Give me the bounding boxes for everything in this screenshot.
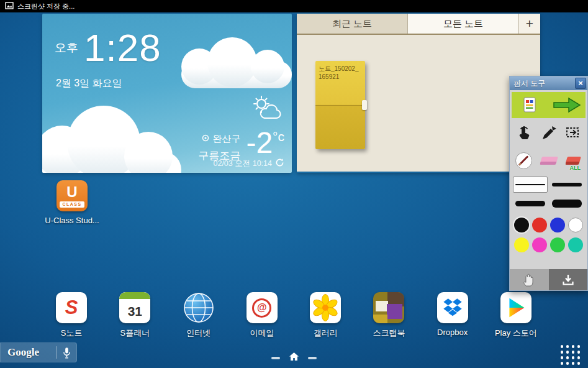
thickness-option-4[interactable] (550, 195, 585, 211)
clock-weather-widget[interactable]: 오후 1:28 2월 3일 화요일 (42, 14, 292, 173)
note-crease (315, 105, 365, 106)
palm-reject-button[interactable] (510, 269, 549, 290)
thickness-grid (513, 177, 584, 211)
erase-all-icon (565, 157, 581, 165)
color-swatch-blue[interactable] (550, 218, 565, 232)
color-swatch-magenta[interactable] (532, 237, 547, 252)
splanner-icon: 31 (119, 292, 150, 323)
weather-location: 완산구 (212, 133, 240, 145)
color-swatch-teal[interactable] (568, 237, 583, 252)
app-snote[interactable]: S S노트 (40, 292, 103, 339)
add-note-button[interactable]: + (519, 14, 540, 34)
scrapbook-icon (373, 292, 404, 323)
mic-icon[interactable] (63, 347, 77, 359)
cloud-graphic (176, 32, 292, 94)
uclass-band: CLASS (60, 201, 84, 208)
weather-panel: 완산구 구름조금 -2 °c (198, 94, 284, 163)
dropbox-icon (437, 292, 468, 323)
app-gallery[interactable]: 갤러리 (294, 292, 357, 339)
color-swatch-red[interactable] (532, 218, 547, 232)
app-play-store[interactable]: Play 스토어 (484, 292, 548, 339)
pen-preview-icon (515, 152, 532, 169)
insert-doc-icon (521, 96, 540, 114)
capture-icon (565, 125, 581, 141)
page-dot-right[interactable] (308, 357, 317, 359)
pen-eraser-row: ALL (512, 148, 586, 173)
palette-titlebar[interactable]: 판서 도구 × (510, 76, 587, 90)
app-email[interactable]: @ 이메일 (230, 292, 294, 339)
page-indicator (0, 352, 588, 364)
notes-content-area: 노트_150202_165921 (297, 35, 540, 172)
google-logo: Google (0, 346, 57, 359)
cloud-graphic (42, 114, 206, 173)
email-icon: @ (247, 292, 278, 323)
gallery-flower-icon (310, 292, 341, 323)
save-download-button[interactable] (549, 269, 588, 290)
pen-settings-button[interactable] (512, 148, 536, 173)
app-uclass-shortcut[interactable]: U CLASS U-Class Stud... (38, 180, 106, 225)
capture-select-button[interactable] (561, 120, 586, 146)
tab-all-notes[interactable]: 모든 노트 (408, 14, 519, 34)
next-arrow-icon (553, 97, 581, 113)
next-arrow-button[interactable] (549, 92, 586, 118)
status-bar: 스크린샷 저장 중... (0, 0, 588, 12)
color-swatch-white[interactable] (568, 218, 583, 232)
palm-reject-icon (522, 272, 536, 287)
uclass-label: U-Class Stud... (38, 216, 106, 225)
home-screen: 스크린샷 저장 중... 오후 1:28 2월 3일 화요일 (0, 0, 588, 368)
app-dropbox[interactable]: Dropbox (421, 292, 484, 339)
app-dock: S S노트 31 S플래너 (40, 292, 548, 339)
clock-date: 2월 3일 화요일 (56, 77, 122, 90)
pen-cursor-icon (541, 125, 557, 141)
pen-mode-button[interactable] (536, 120, 561, 146)
snote-icon: S (56, 292, 87, 323)
palette-title: 판서 도구 (513, 78, 575, 89)
weather-updated-row: 02/03 오전 10:14 (213, 158, 284, 169)
page-dot-left[interactable] (271, 357, 280, 359)
notes-widget: 최근 노트 모든 노트 + 노트_150202_165921 (297, 14, 540, 173)
color-swatches (512, 218, 585, 252)
note-title: 노트_150202_165921 (319, 65, 359, 80)
app-scrapbook[interactable]: 스크랩북 (357, 292, 420, 339)
app-splanner[interactable]: 31 S플래너 (103, 292, 166, 339)
note-notch (362, 100, 367, 110)
erase-all-button[interactable]: ALL (561, 148, 586, 173)
notes-tabbar: 최근 노트 모든 노트 + (297, 14, 540, 35)
mode-tool-row (512, 120, 586, 146)
app-internet[interactable]: 인터넷 (167, 292, 230, 339)
insert-tool-row (512, 92, 586, 118)
color-swatch-black[interactable] (514, 218, 529, 232)
tab-recent-notes[interactable]: 최근 노트 (297, 14, 408, 34)
refresh-icon[interactable] (275, 158, 284, 169)
thickness-option-3[interactable] (513, 195, 548, 211)
eraser-button[interactable] (536, 148, 561, 173)
google-search-widget[interactable]: Google (0, 343, 77, 362)
status-notification-text: 스크린샷 저장 중... (17, 2, 75, 11)
play-store-icon (500, 292, 531, 323)
erase-all-label: ALL (570, 165, 581, 171)
eraser-icon (540, 157, 558, 165)
thickness-option-1[interactable] (513, 177, 548, 193)
uclass-icon: U CLASS (57, 180, 88, 211)
touch-mode-button[interactable] (512, 120, 536, 146)
uclass-letter: U (66, 185, 77, 200)
color-swatch-green[interactable] (550, 237, 565, 252)
save-download-icon (561, 273, 575, 287)
screenshot-icon (5, 2, 14, 11)
color-swatch-yellow[interactable] (514, 237, 529, 252)
thickness-option-2[interactable] (550, 177, 585, 193)
clock-time-row: 오후 1:28 (55, 29, 161, 67)
touch-icon (516, 125, 532, 141)
home-icon[interactable] (289, 352, 299, 364)
globe-icon (183, 292, 214, 323)
clock-ampm: 오후 (55, 40, 78, 56)
note-thumbnail[interactable]: 노트_150202_165921 (315, 61, 365, 149)
location-pin-icon (201, 134, 210, 144)
close-icon[interactable]: × (575, 78, 586, 89)
clock-time: 1:28 (84, 29, 161, 67)
apps-grid-button[interactable] (559, 344, 582, 366)
insert-doc-button[interactable] (512, 92, 549, 118)
weather-updated-time: 02/03 오전 10:14 (213, 159, 272, 169)
partly-cloudy-icon (198, 94, 283, 126)
divider (57, 346, 57, 359)
